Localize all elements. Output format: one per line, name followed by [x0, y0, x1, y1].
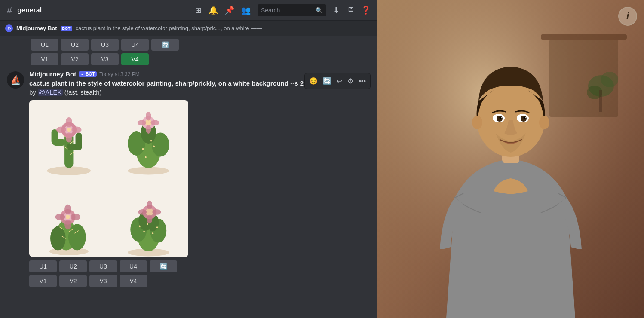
- image-cell-2: [109, 100, 188, 182]
- svg-point-14: [66, 133, 72, 143]
- svg-point-29: [146, 125, 151, 134]
- preview-username: Midjourney Bot: [16, 25, 57, 31]
- emoji-action-icon[interactable]: 😊: [307, 75, 319, 87]
- u4-button-top[interactable]: U4: [121, 39, 149, 51]
- threads-icon[interactable]: ⊞: [195, 6, 202, 15]
- search-bar[interactable]: Search 🔍: [258, 4, 326, 16]
- preview-bot-badge: BOT: [61, 26, 72, 31]
- svg-point-22: [142, 148, 144, 150]
- message-action-bar: 😊 🔄 ↩ ⚙ •••: [304, 73, 371, 89]
- u4-button-bottom[interactable]: U4: [120, 260, 147, 272]
- svg-point-70: [601, 72, 618, 87]
- svg-point-60: [147, 201, 153, 209]
- v3-button-bottom[interactable]: V3: [89, 275, 117, 287]
- notification-icon[interactable]: 🔔: [209, 6, 218, 15]
- image-cell-3: [29, 182, 109, 257]
- settings-action-icon[interactable]: ⚙: [346, 75, 355, 87]
- svg-point-82: [525, 117, 526, 118]
- u3-button-top[interactable]: U3: [91, 39, 119, 51]
- svg-point-25: [150, 140, 152, 142]
- svg-point-61: [147, 215, 153, 223]
- discord-panel: # general ⊞ 🔔 📌 👥 Search 🔍 ⬇ 🖥 ❓ ⚙ Midjo…: [0, 0, 377, 318]
- v4-button-bottom[interactable]: V4: [120, 275, 147, 287]
- top-button-group: U1 U2 U3 U4 🔄 V1 V2 V3 V4: [0, 36, 377, 65]
- svg-point-23: [153, 146, 155, 147]
- u1-button-bottom[interactable]: U1: [29, 260, 57, 272]
- image-cell-4: [109, 182, 188, 257]
- video-panel: i: [377, 0, 644, 318]
- image-cell-1: [29, 100, 109, 182]
- v2-button-bottom[interactable]: V2: [59, 275, 87, 287]
- svg-rect-3: [52, 129, 58, 145]
- preview-text: cactus plant in the style of watercolor …: [76, 25, 372, 31]
- refresh-button-top[interactable]: 🔄: [151, 39, 179, 51]
- svg-point-46: [71, 214, 80, 220]
- svg-point-57: [147, 223, 148, 225]
- info-button[interactable]: i: [618, 7, 637, 26]
- video-background: [377, 0, 644, 318]
- pin-icon[interactable]: 📌: [225, 6, 234, 15]
- message-timestamp: Today at 3:32 PM: [99, 71, 139, 77]
- svg-point-35: [50, 226, 66, 251]
- svg-point-31: [151, 120, 159, 126]
- svg-rect-67: [541, 34, 627, 40]
- v1-button-top[interactable]: V1: [31, 53, 58, 65]
- u2-button-top[interactable]: U2: [61, 39, 89, 51]
- bot-username: Midjourney Bot: [29, 70, 76, 78]
- v4-button-top[interactable]: V4: [121, 53, 149, 65]
- channel-name: general: [17, 6, 42, 14]
- members-icon[interactable]: 👥: [241, 6, 251, 15]
- svg-point-63: [152, 209, 161, 215]
- svg-point-81: [501, 117, 502, 118]
- u1-button-top[interactable]: U1: [31, 39, 58, 51]
- svg-point-24: [145, 156, 147, 158]
- svg-point-16: [72, 127, 82, 133]
- svg-point-56: [156, 226, 158, 228]
- svg-point-42: [66, 215, 70, 219]
- svg-point-44: [64, 220, 71, 230]
- refresh-button-bottom[interactable]: 🔄: [150, 260, 177, 272]
- svg-point-43: [64, 205, 71, 214]
- v3-button-top[interactable]: V3: [91, 53, 119, 65]
- svg-point-34: [68, 224, 86, 251]
- search-icon: 🔍: [316, 7, 323, 14]
- ship-icon: ⛵: [10, 75, 21, 85]
- preview-bar: ⚙ Midjourney Bot BOT cactus plant in the…: [0, 21, 377, 36]
- svg-point-15: [56, 127, 66, 133]
- bot-badge: ✓ BOT: [79, 71, 97, 77]
- bot-badge-label: BOT: [86, 72, 95, 76]
- svg-point-28: [146, 112, 151, 121]
- svg-point-12: [67, 128, 71, 132]
- message-strong-text: cactus plant in the style of watercolor …: [29, 80, 331, 87]
- info-icon: i: [626, 11, 629, 22]
- u2-button-bottom[interactable]: U2: [59, 260, 87, 272]
- u3-button-bottom[interactable]: U3: [89, 260, 117, 272]
- v1-button-bottom[interactable]: V1: [29, 275, 57, 287]
- generated-image-grid[interactable]: [29, 100, 188, 257]
- bot-avatar: ⛵: [7, 71, 24, 89]
- svg-point-45: [55, 214, 65, 220]
- svg-point-53: [143, 231, 145, 233]
- channel-hash-icon: #: [7, 5, 12, 16]
- svg-point-54: [152, 232, 154, 234]
- svg-point-17: [128, 167, 169, 175]
- message-note: (fast, stealth): [64, 89, 102, 96]
- more-action-icon[interactable]: •••: [357, 76, 368, 87]
- svg-point-78: [521, 116, 527, 122]
- svg-rect-72: [599, 90, 602, 112]
- bottom-button-group: U1 U2 U3 U4 🔄 V1 V2 V3 V4: [29, 260, 371, 287]
- header-icons: ⊞ 🔔 📌 👥 Search 🔍 ⬇ 🖥 ❓: [195, 4, 371, 16]
- main-message: ⛵ Midjourney Bot ✓ BOT Today at 3:32 PM …: [0, 69, 377, 289]
- svg-point-77: [497, 116, 503, 122]
- reply-action-icon[interactable]: ↩: [335, 75, 344, 87]
- svg-point-84: [539, 116, 549, 129]
- refresh-action-icon[interactable]: 🔄: [321, 75, 333, 87]
- check-icon: ✓: [81, 72, 84, 76]
- preview-bot-avatar: ⚙: [5, 24, 13, 32]
- download-icon[interactable]: ⬇: [333, 6, 340, 15]
- screen-icon[interactable]: 🖥: [347, 6, 354, 15]
- v2-button-top[interactable]: V2: [61, 53, 89, 65]
- svg-rect-5: [76, 133, 82, 150]
- help-icon[interactable]: ❓: [361, 6, 371, 15]
- svg-point-59: [146, 208, 153, 216]
